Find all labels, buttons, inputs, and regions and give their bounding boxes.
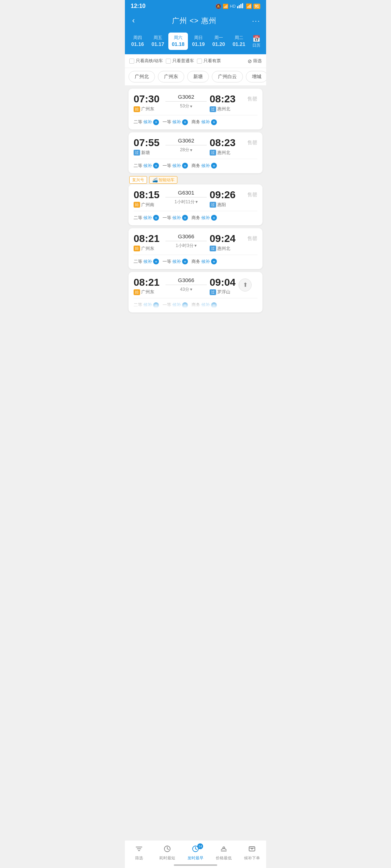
train-arrive-3: 09:26 过 惠阳 [210,190,239,208]
add-waitlist-second-2[interactable]: + [153,163,159,169]
station-tab-guangzhoubei[interactable]: 广州北 [129,71,155,82]
more-button[interactable]: ··· [252,17,260,25]
calendar-button[interactable]: 📅 日历 [249,35,263,48]
filter-gaotie[interactable]: 只看高铁/动车 [129,58,163,64]
station-tabs: 广州北 广州东 新塘 广州白云 增城 [125,68,266,86]
date-tab-mon[interactable]: 周一 01.20 [209,33,228,50]
train-card-4[interactable]: 08:21 始 广州东 G3066 1小时3分 09:24 [129,228,262,269]
add-waitlist-business-1[interactable]: + [211,119,217,125]
train-depart-2: 07:55 过 新塘 [134,137,163,156]
add-waitlist-business-4[interactable]: + [211,259,217,264]
train-price-1: 售罄 [239,94,257,102]
arrive-badge-4: 过 [210,246,216,251]
add-waitlist-first-3[interactable]: + [182,215,188,221]
checkbox-gaotie[interactable] [129,59,134,64]
scroll-top-button[interactable]: ⬆ [239,278,252,292]
calendar-label: 日历 [252,43,260,47]
arrive-badge-1: 过 [210,106,216,112]
class-first-2: 一等 候补 + [163,163,188,169]
add-waitlist-business-5[interactable]: + [211,302,217,308]
wifi-icon: 📶 [246,3,252,9]
add-waitlist-second-3[interactable]: + [153,215,159,221]
class-second-3: 二等 候补 + [134,215,159,221]
train-classes-1: 二等 候补 + 一等 候补 + 商务 候补 + [134,115,257,125]
class-first-4: 一等 候补 + [163,259,188,265]
train-middle-3: G6301 1小时11分 [163,190,210,205]
class-business-3: 商务 候补 + [192,215,217,221]
add-waitlist-second-1[interactable]: + [153,119,159,125]
train-price-2: 售罄 [239,137,257,146]
depart-badge-5: 始 [134,289,140,295]
date-tab-tue[interactable]: 周二 01.21 [229,33,249,50]
page-title: 广州 <> 惠州 [172,16,216,26]
smart-icon: 🚄 [152,177,158,183]
class-business-4: 商务 候补 + [192,259,217,265]
add-waitlist-second-4[interactable]: + [153,259,159,264]
date-tab-thu[interactable]: 周四 01.16 [128,33,147,50]
status-time: 12:10 [131,3,146,9]
add-waitlist-first-2[interactable]: + [182,163,188,169]
add-waitlist-first-5[interactable]: + [182,302,188,308]
date-tab-sat[interactable]: 周六 01.18 [168,33,188,50]
add-waitlist-first-1[interactable]: + [182,119,188,125]
station-tab-xintang[interactable]: 新塘 [187,71,209,82]
train-depart-1: 07:30 始 广州东 [134,94,163,112]
chevron-down-icon [190,104,192,109]
train-card-3[interactable]: 08:15 始 广州南 G6301 1小时11分 [129,184,262,225]
train-block-3: 复兴号 🚄 智能动车 08:15 始 广州南 G630 [129,176,262,225]
train-card-2[interactable]: 07:55 过 新塘 G3062 28分 08:23 过 [129,132,262,173]
filter-putong[interactable]: 只看普通车 [166,58,194,64]
train-middle-2: G3062 28分 [163,137,210,153]
depart-badge-3: 始 [134,202,140,208]
filter-row: 只看高铁/动车 只看普通车 只看有票 ⊘ 筛选 [125,54,266,68]
train-depart-4: 08:21 始 广州东 [134,233,163,252]
checkbox-putong[interactable] [166,59,171,64]
add-waitlist-business-2[interactable]: + [211,163,217,169]
add-waitlist-second-5[interactable]: + [153,302,159,308]
class-second-4: 二等 候补 + [134,259,159,265]
class-second-1: 二等 候补 + [134,119,159,125]
no-signal-icon: 🔕 [215,4,221,9]
date-tab-fri[interactable]: 周五 01.17 [148,33,168,50]
train-arrive-2: 08:23 过 惠州北 [210,137,239,156]
class-second-2: 二等 候补 + [134,163,159,169]
station-tab-guangzhoubyn[interactable]: 广州白云 [212,71,243,82]
back-button[interactable]: ‹ [131,14,136,27]
station-tab-zengcheng[interactable]: 增城 [246,71,266,82]
class-business-1: 商务 候补 + [192,119,217,125]
chevron-down-icon-5 [190,287,192,292]
date-tab-sun[interactable]: 周日 01.19 [189,33,208,50]
depart-badge-1: 始 [134,106,140,112]
train-depart-5: 08:21 始 广州东 [134,277,163,295]
class-second-5: 二等 候补 + [134,302,159,308]
status-bar: 12:10 🔕 📶 HD 📶 91 [125,0,266,12]
filter-ticket[interactable]: 只看有票 [197,58,221,64]
signal-icon2 [237,3,244,9]
header: ‹ 广州 <> 惠州 ··· [125,12,266,31]
train-card-1[interactable]: 07:30 始 广州东 G3062 53分 08:23 [129,89,262,129]
tag-fuxing: 复兴号 [129,176,147,184]
add-waitlist-first-4[interactable]: + [182,259,188,264]
filter-button[interactable]: ⊘ 筛选 [248,58,262,64]
add-waitlist-business-3[interactable]: + [211,215,217,221]
train-classes-4: 二等 候补 + 一等 候补 + 商务 候补 + [134,255,257,265]
train-price-5: ⬆ [239,277,257,292]
train-classes-2: 二等 候补 + 一等 候补 + 商务 候补 + [134,159,257,169]
svg-rect-0 [237,6,238,8]
class-first-3: 一等 候补 + [163,215,188,221]
train-price-4: 售罄 [239,233,257,242]
train-middle-5: G3066 43分 [163,277,210,293]
train-card-5[interactable]: 08:21 始 广州东 G3066 43分 09:04 [129,272,262,313]
scroll-top-icon: ⬆ [243,281,248,288]
svg-rect-1 [239,5,240,8]
train-list: 07:30 始 广州东 G3062 53分 08:23 [125,86,266,315]
class-business-2: 商务 候补 + [192,163,217,169]
battery-indicator: 91 [253,4,260,9]
checkbox-ticket[interactable] [197,59,202,64]
signal-icon: 📶 [223,4,228,9]
chevron-down-icon-4 [194,243,197,248]
station-tab-guangzhoudong[interactable]: 广州东 [158,71,184,82]
train-price-3: 售罄 [239,190,257,198]
class-first-5: 一等 候补 + [163,302,188,308]
train-classes-5: 二等 候补 + 一等 候补 + 商务 候补 + [134,298,257,308]
